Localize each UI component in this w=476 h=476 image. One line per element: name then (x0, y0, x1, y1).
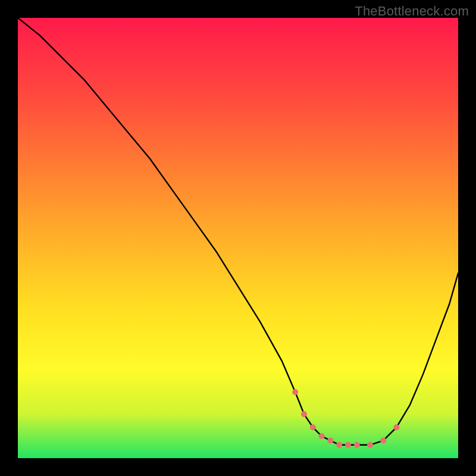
highlight-marker (336, 442, 342, 448)
highlight-marker (367, 442, 373, 448)
highlight-marker (380, 437, 386, 443)
highlight-marker (345, 442, 351, 448)
curve-svg (18, 18, 458, 458)
watermark-label: TheBottleneck.com (355, 4, 469, 19)
chart-plot-area (18, 18, 458, 458)
highlight-marker (327, 437, 333, 443)
highlight-marker (393, 424, 399, 430)
highlight-marker (301, 411, 307, 417)
highlight-marker (354, 442, 360, 448)
marker-group (292, 389, 399, 448)
chart-frame: TheBottleneck.com (0, 0, 476, 476)
highlight-marker (310, 424, 316, 430)
highlight-marker (319, 433, 325, 439)
highlight-marker (292, 389, 298, 395)
bottleneck-curve-path (18, 18, 458, 445)
